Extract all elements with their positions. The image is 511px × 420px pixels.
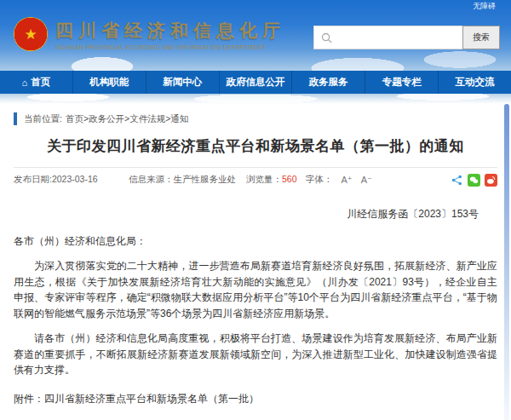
nav-item-label: 政务服务 [309,76,348,89]
breadcrumb-label: 当前位置: [24,113,62,125]
wechat-icon[interactable] [468,174,480,187]
nav-item-label: 专题专栏 [382,76,422,89]
nav-item-label: 首页 [31,76,50,89]
main-nav: ⌂ 首页 机构职能 新闻中心 政府信息公开 政务服务 专题专栏 互动交流 [0,71,511,94]
body-paragraph: 为深入贯彻落实党的二十大精神，进一步营造布局新赛道培育新经济良好氛围，拓展新经济… [14,258,497,321]
nav-item-topics[interactable]: 专题专栏 [365,71,439,94]
breadcrumb-marker [14,112,17,125]
national-emblem-logo: ★ [14,17,48,51]
brand-text: 四川省经济和信息化厅 SICHUAN PROVINCIAL ECONOMIC A… [55,19,285,50]
search-input[interactable] [332,26,463,49]
nav-item-label: 政府信息公开 [227,76,285,89]
document-number: 川经信服务函〔2023〕153号 [14,207,497,222]
site-header: 无障碍 ★ 四川省经济和信息化厅 SICHUAN PROVINCIAL ECON… [0,0,511,71]
font-size-label: 字体： [306,174,333,186]
nav-item-services[interactable]: 政务服务 [292,71,365,94]
nav-item-news[interactable]: 新闻中心 [146,71,220,94]
site-title-english: SICHUAN PROVINCIAL ECONOMIC AND INFORMAT… [55,44,285,50]
search-icon [321,32,332,43]
nav-item-organization[interactable]: 机构职能 [73,71,146,94]
breadcrumb-path[interactable]: 首页>政务公开>文件法规>通知 [66,113,188,125]
breadcrumb: 当前位置: 首页>政务公开>文件法规>通知 [14,112,497,125]
nav-item-interaction[interactable]: 互动交流 [439,71,511,94]
page-title: 关于印发四川省新经济重点平台和新场景名单（第一批）的通知 [14,136,497,156]
site-brand: ★ 四川省经济和信息化厅 SICHUAN PROVINCIAL ECONOMIC… [14,17,285,51]
attachment-link[interactable]: 四川省新经济重点平台和新场景名单（第一批） [44,393,259,405]
publish-date-value: 2023-03-16 [52,174,98,184]
cloud-banner [0,94,511,104]
nav-item-label: 新闻中心 [163,76,202,89]
font-decrease-button[interactable]: A⁻ [361,175,372,186]
accessibility-link[interactable]: 无障碍 [473,1,496,12]
body-paragraph: 请各市（州）经济和信息化局高度重视，积极将平台打造、场景建设作为培育发展新经济、… [14,331,497,378]
publish-date: 发布日期:2023-03-16 [14,174,129,186]
scrollbar[interactable] [504,104,509,420]
info-source-label: 信息来源： [129,174,174,184]
search-button[interactable]: 搜索 [462,26,500,49]
nav-item-home[interactable]: ⌂ 首页 [0,71,73,94]
share-icon[interactable] [451,174,463,187]
search-bar: 搜索 [313,26,492,49]
font-size-control: 字体： A⁺ A⁻ [306,174,372,186]
attachment-label: 附件： [14,393,44,405]
view-count-value: 560 [282,174,297,184]
home-icon: ⌂ [22,78,28,88]
nav-item-label: 机构职能 [89,76,129,89]
view-count-label: 浏览量： [246,174,282,184]
weibo-icon[interactable] [485,174,497,187]
star-icon: ★ [24,27,37,42]
font-increase-button[interactable]: A⁺ [342,175,353,186]
view-count: 浏览量：560 [246,174,306,186]
info-source: 信息来源：生产性服务业处 [129,174,246,186]
info-source-value: 生产性服务业处 [174,174,237,184]
article-meta-bar: 发布日期:2023-03-16 信息来源：生产性服务业处 浏览量：560 字体：… [14,170,497,190]
nav-item-gov-info[interactable]: 政府信息公开 [220,71,293,94]
site-title: 四川省经济和信息化厅 [55,19,285,43]
article-content: 当前位置: 首页>政务公开>文件法规>通知 关于印发四川省新经济重点平台和新场景… [0,112,511,420]
nav-item-label: 互动交流 [456,76,495,89]
scrollbar-thumb[interactable] [504,104,509,420]
salutation: 各市（州）经济和信息化局： [14,234,497,249]
share-buttons [451,174,497,187]
publish-date-label: 发布日期: [14,174,52,184]
title-divider [14,167,497,168]
attachment-line: 附件：四川省新经济重点平台和新场景名单（第一批） [14,392,497,406]
